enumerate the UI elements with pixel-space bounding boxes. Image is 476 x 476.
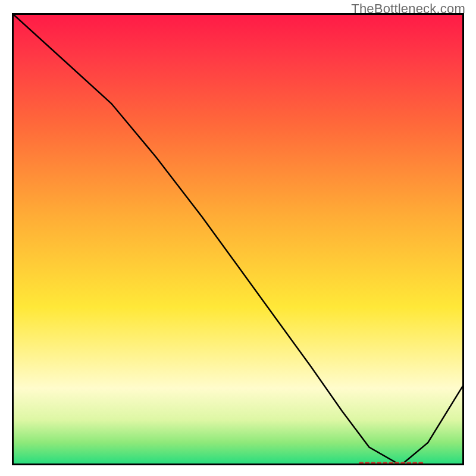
chart-svg: [12, 13, 464, 465]
chart-area: [12, 13, 464, 465]
line-series-curve: [12, 13, 464, 465]
